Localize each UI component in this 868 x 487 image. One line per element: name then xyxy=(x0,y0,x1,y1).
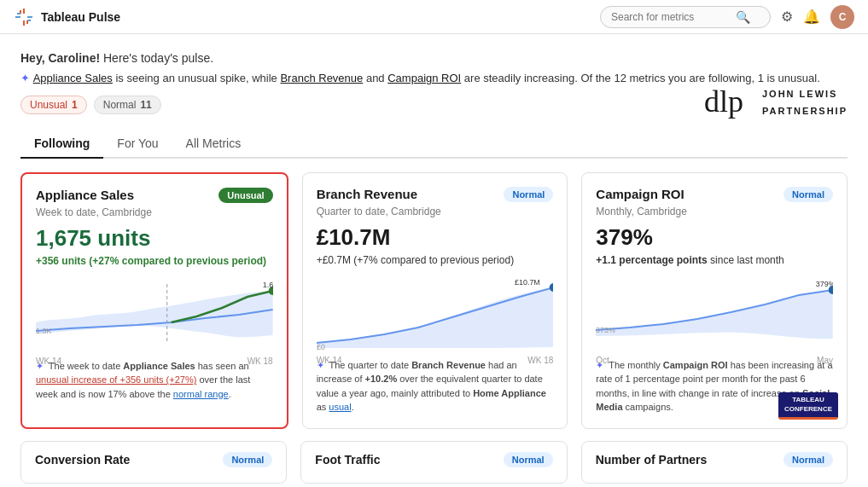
card2-x-min: WK 14 xyxy=(317,356,342,365)
app-header: Tableau Pulse 🔍 ⚙ 🔔 C xyxy=(0,0,868,34)
tabs-row: Following For You All Metrics xyxy=(20,130,848,159)
tab-for-you[interactable]: For You xyxy=(103,130,172,159)
tableau-conference-badge: TABLEAUCONFERENCE xyxy=(778,392,838,419)
campaign-roi-link[interactable]: Campaign ROI xyxy=(387,72,461,84)
card2-header: Branch Revenue Normal xyxy=(317,187,554,202)
number-of-partners-title: Number of Partners xyxy=(596,453,708,467)
card2-title: Branch Revenue xyxy=(317,187,417,201)
number-of-partners-card: Number of Partners Normal xyxy=(581,441,848,484)
tab-all-metrics[interactable]: All Metrics xyxy=(172,130,255,159)
card3-header: Campaign ROI Normal xyxy=(596,187,833,202)
header-left: Tableau Pulse xyxy=(14,7,120,27)
appliance-sales-card: Appliance Sales Unusual Week to date, Ca… xyxy=(20,172,288,429)
greeting-body: Here's today's pulse. xyxy=(100,51,213,65)
campaign-roi-card: Campaign ROI Normal Monthly, Cambridge 3… xyxy=(581,172,848,429)
desc-part1: is seeing an unusual spike, while xyxy=(115,72,280,84)
search-icon: 🔍 xyxy=(736,10,750,24)
svg-text:1.3K: 1.3K xyxy=(36,326,51,334)
svg-text:dlp: dlp xyxy=(704,84,743,119)
svg-text:373%: 373% xyxy=(596,325,615,333)
unusual-label: Unusual xyxy=(30,99,67,111)
card2-chart: £10.7M £0 WK 14 WK 18 xyxy=(317,275,554,351)
search-input[interactable] xyxy=(611,11,731,23)
conversion-rate-status: Normal xyxy=(223,452,272,467)
card1-change-positive: +356 units (+27% compared to previous pe… xyxy=(36,255,266,267)
unusual-badge[interactable]: Unusual 1 xyxy=(20,96,87,114)
card1-x-max: WK 18 xyxy=(248,357,273,366)
card1-title: Appliance Sales xyxy=(36,188,134,202)
card3-status-badge: Normal xyxy=(784,187,833,202)
svg-text:£0: £0 xyxy=(317,342,325,351)
svg-text:1.6K: 1.6K xyxy=(263,280,273,288)
card1-subtitle: Week to date, Cambridge xyxy=(36,206,273,218)
notifications-icon[interactable]: 🔔 xyxy=(803,9,820,25)
card3-x-max: May xyxy=(817,356,833,365)
pulse-sparkle: ✦ xyxy=(20,72,30,84)
desc-and: and xyxy=(366,72,387,84)
conversion-rate-title: Conversion Rate xyxy=(35,453,130,467)
foot-traffic-header: Foot Traffic Normal xyxy=(315,452,552,467)
card3-title: Campaign ROI xyxy=(596,187,684,201)
tab-following[interactable]: Following xyxy=(20,130,103,159)
card1-chart-labels: WK 14 WK 18 xyxy=(36,357,273,366)
card1-value: 1,675 units xyxy=(36,225,273,252)
card3-subtitle: Monthly, Cambridge xyxy=(596,206,833,217)
branch-revenue-card: Branch Revenue Normal Quarter to date, C… xyxy=(302,172,568,429)
svg-rect-0 xyxy=(23,9,25,14)
card3-x-min: Oct xyxy=(596,356,609,365)
appliance-sales-link[interactable]: Appliance Sales xyxy=(33,72,113,84)
card2-description: ✦ The quarter to date Branch Revenue had… xyxy=(317,358,554,415)
conversion-rate-header: Conversion Rate Normal xyxy=(35,452,272,467)
svg-rect-7 xyxy=(27,20,31,21)
number-of-partners-status: Normal xyxy=(784,452,833,467)
conversion-rate-card: Conversion Rate Normal xyxy=(20,441,287,484)
brand-name-line1: JOHN LEWIS xyxy=(762,89,837,99)
card3-chart: 379% 373% Oct May xyxy=(596,275,833,351)
app-title: Tableau Pulse xyxy=(41,10,120,24)
search-box[interactable]: 🔍 xyxy=(600,6,771,28)
svg-text:£10.7M: £10.7M xyxy=(515,277,540,286)
bottom-cards-row: Conversion Rate Normal Foot Traffic Norm… xyxy=(20,441,848,484)
card2-value: £10.7M xyxy=(317,224,554,251)
card3-chart-labels: Oct May xyxy=(596,356,833,365)
card3-value: 379% xyxy=(596,224,833,251)
tableau-logo xyxy=(14,7,34,27)
card1-status-badge: Unusual xyxy=(218,188,272,203)
card1-change: +356 units (+27% compared to previous pe… xyxy=(36,255,273,267)
main-cards-row: Appliance Sales Unusual Week to date, Ca… xyxy=(20,172,848,429)
normal-label: Normal xyxy=(103,99,137,111)
card2-status-badge: Normal xyxy=(504,187,553,202)
jlp-logo-graphic: dlp xyxy=(704,81,755,124)
normal-count: 11 xyxy=(140,99,151,111)
svg-rect-2 xyxy=(15,16,20,18)
brand-name-line2: PARTNERSHIP xyxy=(762,106,848,116)
number-of-partners-header: Number of Partners Normal xyxy=(596,452,833,467)
svg-rect-1 xyxy=(23,20,25,26)
avatar[interactable]: C xyxy=(830,5,854,29)
main-content: dlp JOHN LEWIS PARTNERSHIP Hey, Caroline… xyxy=(0,34,868,487)
brand-logo: dlp JOHN LEWIS PARTNERSHIP xyxy=(704,81,848,124)
foot-traffic-card: Foot Traffic Normal xyxy=(300,441,567,484)
card2-subtitle: Quarter to date, Cambridge xyxy=(317,206,554,217)
foot-traffic-title: Foot Traffic xyxy=(315,453,380,467)
settings-icon[interactable]: ⚙ xyxy=(781,9,793,25)
card1-chart: 1.6K 1.3K WK 14 WK 18 xyxy=(36,275,273,352)
card2-change: +£0.7M (+7% compared to previous period) xyxy=(317,254,554,266)
card1-x-min: WK 14 xyxy=(36,357,61,366)
svg-rect-3 xyxy=(27,16,32,18)
branch-revenue-link[interactable]: Branch Revenue xyxy=(280,72,363,84)
user-name: Hey, Caroline! xyxy=(20,51,100,65)
foot-traffic-status: Normal xyxy=(504,452,553,467)
card3-change: +1.1 percentage points since last month xyxy=(596,254,833,266)
svg-text:379%: 379% xyxy=(816,279,833,287)
header-right: 🔍 ⚙ 🔔 C xyxy=(600,5,854,29)
greeting-line1: Hey, Caroline! Here's today's pulse. xyxy=(20,51,848,65)
card2-chart-labels: WK 14 WK 18 xyxy=(317,356,554,365)
card1-header: Appliance Sales Unusual xyxy=(36,188,273,203)
card2-x-max: WK 18 xyxy=(527,356,553,365)
normal-badge[interactable]: Normal 11 xyxy=(94,96,161,114)
svg-rect-6 xyxy=(17,13,20,14)
unusual-count: 1 xyxy=(72,99,78,111)
